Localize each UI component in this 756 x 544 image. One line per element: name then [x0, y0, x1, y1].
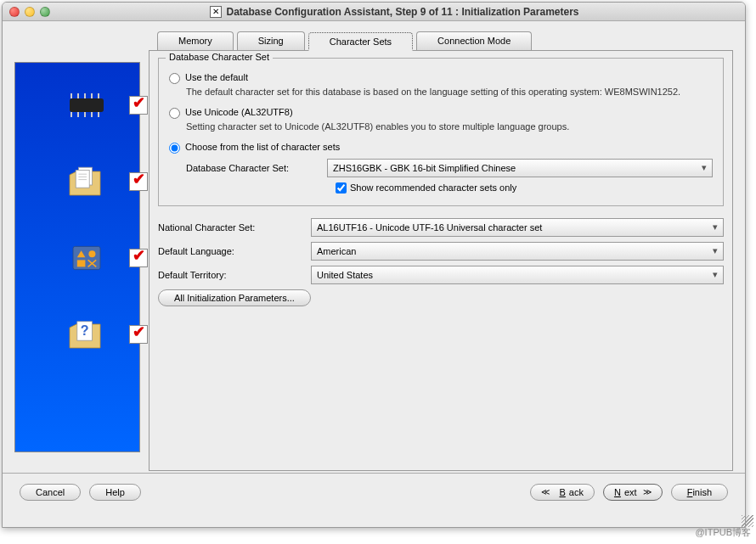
step-check-icon	[129, 325, 148, 344]
default-desc: The default character set for this datab…	[186, 86, 713, 98]
show-recommended-checkbox[interactable]	[336, 182, 347, 193]
step-check-icon	[129, 249, 148, 267]
close-icon[interactable]	[9, 7, 20, 17]
default-territory-label: Default Territory:	[158, 270, 302, 280]
back-button[interactable]: ≪ Back	[530, 484, 595, 501]
finish-button[interactable]: Finish	[671, 484, 728, 501]
options-block-icon	[61, 241, 112, 275]
unicode-desc: Setting character set to Unicode (AL32UT…	[186, 121, 713, 133]
zoom-icon[interactable]	[40, 7, 50, 17]
radio-use-default-label: Use the default	[185, 72, 248, 82]
svg-rect-12	[76, 170, 89, 188]
tab-content: Database Character Set Use the default T…	[149, 50, 733, 471]
memory-chip-icon	[61, 88, 112, 122]
tab-bar: Memory Sizing Character Sets Connection …	[157, 31, 733, 50]
national-charset-select[interactable]: AL16UTF16 - Unicode UTF-16 Universal cha…	[311, 218, 724, 237]
wizard-sidebar: ?	[14, 62, 140, 452]
db-charset-label: Database Character Set:	[186, 163, 319, 173]
db-charset-select[interactable]: ZHS16GBK - GBK 16-bit Simplified Chinese	[327, 159, 713, 177]
titlebar: ✕ Database Configuration Assistant, Step…	[3, 3, 745, 21]
svg-rect-0	[70, 98, 104, 112]
cancel-button[interactable]: Cancel	[20, 484, 81, 501]
help-button[interactable]: Help	[89, 484, 141, 501]
radio-use-unicode[interactable]	[169, 108, 180, 119]
wizard-footer: Cancel Help ≪ Back Next ≫ Finish	[3, 473, 745, 510]
svg-rect-19	[77, 260, 86, 266]
db-charset-fieldset: Database Character Set Use the default T…	[158, 58, 724, 206]
radio-choose-list-label: Choose from the list of character sets	[185, 142, 340, 152]
tab-character-sets[interactable]: Character Sets	[308, 32, 413, 51]
chevron-right-icon: ≫	[643, 487, 652, 496]
tab-memory[interactable]: Memory	[157, 31, 234, 50]
dbca-window: ✕ Database Configuration Assistant, Step…	[2, 2, 746, 528]
tab-sizing[interactable]: Sizing	[237, 31, 305, 50]
watermark: @ITPUB博客	[695, 526, 751, 539]
window-title: Database Configuration Assistant, Step 9…	[227, 6, 579, 18]
default-territory-select[interactable]: United States	[311, 266, 724, 284]
app-icon: ✕	[210, 6, 222, 18]
window-controls	[9, 7, 50, 17]
svg-text:?: ?	[81, 323, 89, 338]
default-language-select[interactable]: American	[311, 242, 724, 261]
national-charset-label: National Character Set:	[158, 222, 302, 233]
step-check-icon	[129, 96, 148, 115]
radio-use-default[interactable]	[169, 73, 180, 84]
minimize-icon[interactable]	[25, 7, 35, 17]
radio-use-unicode-label: Use Unicode (AL32UTF8)	[185, 107, 293, 117]
fieldset-legend: Database Character Set	[166, 52, 273, 62]
resize-grip-icon[interactable]	[742, 515, 753, 527]
default-language-label: Default Language:	[158, 246, 302, 256]
all-init-params-button[interactable]: All Initialization Parameters...	[158, 289, 311, 306]
step-check-icon	[129, 172, 148, 191]
chevron-left-icon: ≪	[541, 487, 550, 496]
radio-choose-list[interactable]	[169, 143, 180, 154]
svg-point-18	[88, 250, 95, 257]
show-recommended-label: Show recommended character sets only	[350, 182, 516, 193]
tab-connection-mode[interactable]: Connection Mode	[416, 31, 532, 50]
folder-question-icon: ?	[61, 317, 112, 351]
next-button[interactable]: Next ≫	[603, 484, 663, 501]
folder-docs-icon	[61, 165, 112, 199]
